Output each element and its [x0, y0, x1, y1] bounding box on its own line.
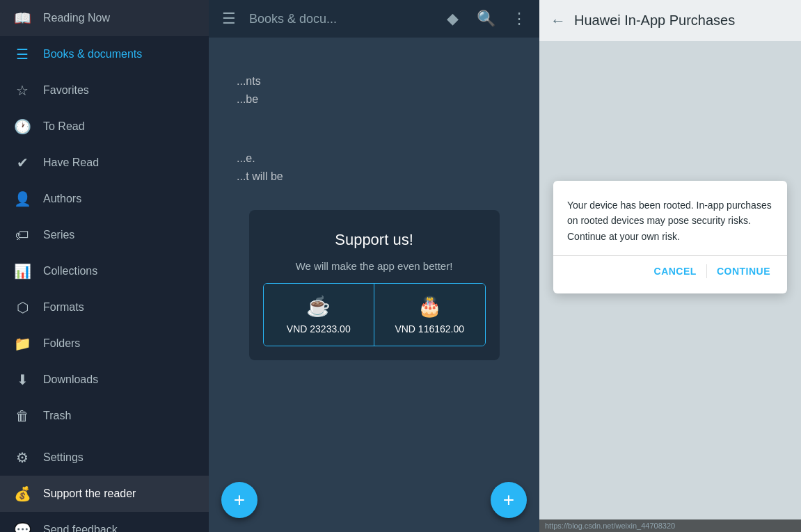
- have-read-icon: ✔: [14, 154, 31, 171]
- search-icon[interactable]: 🔍: [473, 6, 499, 32]
- sidebar-item-books-documents[interactable]: ☰ Books & documents: [0, 36, 209, 72]
- continue-button[interactable]: CONTINUE: [707, 259, 780, 284]
- fab-left[interactable]: +: [221, 482, 257, 518]
- feedback-icon: 💬: [14, 522, 31, 532]
- collections-icon: 📊: [14, 263, 31, 280]
- sidebar-item-authors[interactable]: 👤 Authors: [0, 181, 209, 217]
- support-dialog-subtitle: We will make the app even better!: [296, 260, 453, 272]
- sidebar-item-trash[interactable]: 🗑 Trash: [0, 398, 209, 434]
- formats-icon: ⬡: [14, 299, 31, 316]
- purchase-price-2: VND 116162.00: [395, 323, 464, 334]
- sidebar-item-settings-label: Settings: [43, 451, 84, 464]
- sidebar-item-collections[interactable]: 📊 Collections: [0, 253, 209, 289]
- alert-body: Your device has been rooted. In-app purc…: [567, 198, 773, 244]
- menu-icon[interactable]: ☰: [216, 6, 242, 32]
- reading-now-icon: 📖: [14, 10, 31, 26]
- sidebar-item-feedback-label: Send feedback: [43, 524, 118, 532]
- sidebar-item-have-read[interactable]: ✔ Have Read: [0, 145, 209, 181]
- sidebar-item-series-label: Series: [43, 229, 74, 241]
- sidebar-item-favorites-label: Favorites: [43, 84, 89, 97]
- sidebar-item-books-label: Books & documents: [43, 48, 142, 61]
- sidebar-item-formats-label: Formats: [43, 301, 84, 314]
- sidebar-item-downloads-label: Downloads: [43, 373, 98, 386]
- sidebar-item-support[interactable]: 💰 Support the reader: [0, 476, 209, 512]
- fab-right-icon: +: [503, 489, 514, 511]
- cancel-button[interactable]: CANCEL: [644, 259, 706, 284]
- right-panel-title: Huawei In-App Purchases: [574, 13, 735, 29]
- url-bar: https://blog.csdn.net/weixin_44708320: [539, 519, 801, 532]
- settings-icon: ⚙: [14, 449, 31, 466]
- sidebar-item-series[interactable]: 🏷 Series: [0, 217, 209, 253]
- sidebar-item-to-read[interactable]: 🕐 To Read: [0, 108, 209, 145]
- sidebar-item-reading-now-label: Reading Now: [43, 12, 110, 24]
- middle-content: ...nts ...be ...e. ...t will be Support …: [209, 38, 539, 532]
- sidebar-item-reading-now[interactable]: 📖 Reading Now: [0, 0, 209, 36]
- fab-right[interactable]: +: [491, 482, 527, 518]
- books-icon: ☰: [14, 46, 31, 63]
- more-icon[interactable]: ⋮: [506, 6, 532, 32]
- folders-icon: 📁: [14, 335, 31, 352]
- coffee-icon: ☕: [306, 295, 331, 318]
- right-body: Your device has been rooted. In-app purc…: [539, 42, 801, 532]
- sidebar-item-favorites[interactable]: ☆ Favorites: [0, 72, 209, 108]
- middle-header: ☰ Books & docu... ◆ 🔍 ⋮: [209, 0, 539, 38]
- sidebar-item-folders-label: Folders: [43, 337, 80, 350]
- to-read-icon: 🕐: [14, 118, 31, 135]
- series-icon: 🏷: [14, 227, 31, 243]
- sidebar-item-trash-label: Trash: [43, 410, 71, 422]
- purchase-price-1: VND 23233.00: [287, 323, 351, 334]
- diamond-icon[interactable]: ◆: [439, 6, 466, 32]
- support-dialog: Support us! We will make the app even be…: [249, 210, 500, 360]
- trash-icon: 🗑: [14, 408, 31, 424]
- sidebar-item-support-label: Support the reader: [43, 487, 136, 500]
- purchase-option-1[interactable]: ☕ VND 23233.00: [264, 284, 375, 346]
- background-text: ...nts ...be ...e. ...t will be: [237, 72, 283, 185]
- support-icon: 💰: [14, 485, 31, 502]
- back-icon[interactable]: ←: [550, 12, 566, 30]
- favorites-icon: ☆: [14, 82, 31, 99]
- sidebar-item-downloads[interactable]: ⬇ Downloads: [0, 362, 209, 398]
- authors-icon: 👤: [14, 191, 31, 207]
- sidebar: 📖 Reading Now ☰ Books & documents ☆ Favo…: [0, 0, 209, 532]
- sidebar-item-to-read-label: To Read: [43, 120, 85, 133]
- cake-icon: 🎂: [418, 295, 442, 318]
- sidebar-item-authors-label: Authors: [43, 193, 81, 205]
- sidebar-item-folders[interactable]: 📁 Folders: [0, 325, 209, 362]
- downloads-icon: ⬇: [14, 371, 31, 388]
- right-header: ← Huawei In-App Purchases: [539, 0, 801, 42]
- middle-panel: ☰ Books & docu... ◆ 🔍 ⋮ ...nts ...be ...…: [209, 0, 539, 532]
- fab-left-icon: +: [234, 489, 245, 511]
- sidebar-item-have-read-label: Have Read: [43, 156, 99, 169]
- right-panel: ← Huawei In-App Purchases Your device ha…: [539, 0, 801, 532]
- sidebar-item-feedback[interactable]: 💬 Send feedback: [0, 512, 209, 532]
- sidebar-item-formats[interactable]: ⬡ Formats: [0, 289, 209, 325]
- support-dialog-title: Support us!: [335, 231, 413, 249]
- sidebar-item-settings[interactable]: ⚙ Settings: [0, 440, 209, 476]
- sidebar-item-collections-label: Collections: [43, 265, 97, 277]
- purchase-options: ☕ VND 23233.00 🎂 VND 116162.00: [263, 283, 486, 346]
- purchase-option-2[interactable]: 🎂 VND 116162.00: [374, 284, 485, 346]
- alert-actions: CANCEL CONTINUE: [553, 255, 787, 287]
- middle-title: Books & docu...: [249, 12, 432, 26]
- alert-dialog: Your device has been rooted. In-app purc…: [553, 181, 787, 293]
